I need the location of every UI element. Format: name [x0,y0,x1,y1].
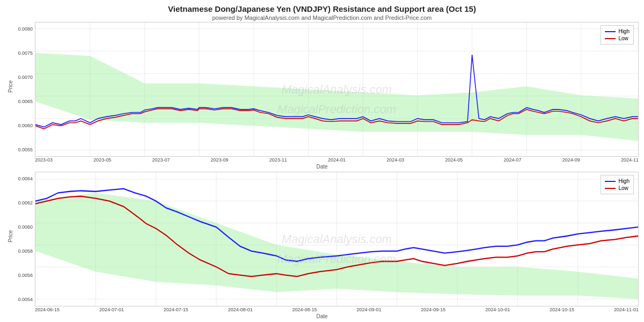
x-tick-1-3: 2023-07 [152,157,170,163]
x-tick-1-11: 2024-11 [621,157,639,163]
chart2-area: MagicalAnalysis.com MagicalPrediction.co… [35,172,639,306]
y-tick-1-3: 0.0070 [18,75,33,80]
x-tick-1-6: 2024-01 [328,157,346,163]
high-line-indicator-2 [605,181,616,182]
chart2-x-label: Date [5,313,639,319]
low-line-indicator-2 [605,188,616,189]
chart1-x-axis: 2023-03 2023-05 2023-07 2023-09 2023-11 … [5,157,639,163]
y-axis-label-1: Price [8,80,13,92]
legend-low-2: Low [605,185,630,191]
x-tick-2-4: 2024-08-01 [228,307,253,312]
y-axis-label-2: Price [8,230,13,242]
legend-high-2: High [605,178,630,184]
chart2-legend: High Low [601,175,634,194]
x-tick-2-8: 2024-10-01 [485,307,510,312]
x-tick-2-9: 2024-10-15 [550,307,574,312]
y-tick-1-4: 0.0065 [18,99,33,104]
chart1-svg [35,23,638,156]
y-tick-2-5: 0.0056 [18,273,33,278]
low-line-indicator-1 [605,38,616,39]
x-tick-1-1: 2023-03 [35,157,53,163]
x-tick-1-5: 2023-11 [269,157,287,163]
y-tick-1-6: 0.0055 [18,147,33,152]
x-tick-2-6: 2024-09-01 [356,307,381,312]
x-tick-1-10: 2024-09 [562,157,580,163]
y-tick-2-1: 0.0064 [18,176,33,181]
high-label-1: High [618,28,630,34]
chart2-with-yaxis: Price 0.0064 0.0062 0.0060 0.0058 0.0056… [5,172,639,306]
charts-container: Price 0.0080 0.0075 0.0070 0.0065 0.0060… [0,22,644,322]
x-tick-2-5: 2024-08-15 [292,307,317,312]
legend-low-1: Low [605,35,630,41]
y-tick-2-2: 0.0062 [18,200,33,206]
high-label-2: High [618,178,630,184]
y-tick-1-5: 0.0060 [18,123,33,128]
chart1-y-axis: Price 0.0080 0.0075 0.0070 0.0065 0.0060… [5,22,35,157]
svg-marker-16 [35,53,638,141]
chart1-x-label: Date [5,164,639,170]
chart2-wrapper: Price 0.0064 0.0062 0.0060 0.0058 0.0056… [5,172,639,319]
y-tick-2-3: 0.0060 [18,224,33,230]
low-label-2: Low [618,185,628,191]
legend-high-1: High [605,28,630,34]
x-tick-1-2: 2023-05 [93,157,111,163]
x-tick-2-10: 2024-11-01 [614,307,639,312]
y-tick-1-2: 0.0075 [18,50,33,56]
x-tick-2-2: 2024-07-01 [99,307,124,312]
chart2-svg [35,172,638,306]
chart2-y-axis: Price 0.0064 0.0062 0.0060 0.0058 0.0056… [5,172,35,306]
page-subtitle: powered by MagicalAnalysis.com and Magic… [0,14,644,21]
x-tick-2-3: 2024-07-15 [164,307,188,312]
x-tick-1-4: 2023-09 [211,157,229,163]
page-title: Vietnamese Dong/Japanese Yen (VNDJPY) Re… [0,4,644,13]
header: Vietnamese Dong/Japanese Yen (VNDJPY) Re… [0,0,644,22]
high-line-indicator-1 [605,31,616,32]
x-tick-2-1: 2024-06-15 [35,307,60,312]
y-tick-2-4: 0.0058 [18,248,33,254]
x-tick-1-9: 2024-07 [504,157,522,163]
page-container: Vietnamese Dong/Japanese Yen (VNDJPY) Re… [0,0,644,322]
x-tick-2-7: 2024-09-15 [421,307,445,312]
chart1-wrapper: Price 0.0080 0.0075 0.0070 0.0065 0.0060… [5,22,639,170]
chart2-x-axis: 2024-06-15 2024-07-01 2024-07-15 2024-08… [5,306,639,312]
chart1-area: MagicalAnalysis.com MagicalPrediction.co… [35,22,639,157]
x-tick-1-7: 2024-03 [386,157,404,163]
x-tick-1-8: 2024-05 [445,157,463,163]
chart1-legend: High Low [601,25,634,45]
y-tick-2-6: 0.0054 [18,297,33,302]
y-tick-1-1: 0.0080 [18,26,33,32]
chart1-with-yaxis: Price 0.0080 0.0075 0.0070 0.0065 0.0060… [5,22,639,157]
low-label-1: Low [618,35,628,41]
